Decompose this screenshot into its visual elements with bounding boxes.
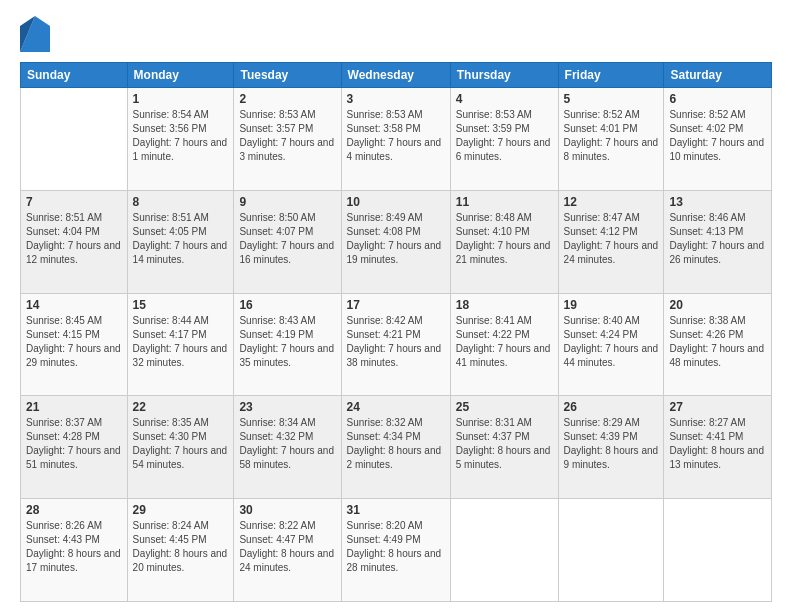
calendar-cell: 11Sunrise: 8:48 AMSunset: 4:10 PMDayligh… <box>450 190 558 293</box>
calendar-cell: 21Sunrise: 8:37 AMSunset: 4:28 PMDayligh… <box>21 396 128 499</box>
calendar-cell: 13Sunrise: 8:46 AMSunset: 4:13 PMDayligh… <box>664 190 772 293</box>
day-info: Sunrise: 8:54 AMSunset: 3:56 PMDaylight:… <box>133 108 229 164</box>
day-info: Sunrise: 8:37 AMSunset: 4:28 PMDaylight:… <box>26 416 122 472</box>
day-number: 3 <box>347 92 445 106</box>
calendar-cell: 15Sunrise: 8:44 AMSunset: 4:17 PMDayligh… <box>127 293 234 396</box>
day-info: Sunrise: 8:50 AMSunset: 4:07 PMDaylight:… <box>239 211 335 267</box>
calendar-cell: 8Sunrise: 8:51 AMSunset: 4:05 PMDaylight… <box>127 190 234 293</box>
calendar-cell <box>558 499 664 602</box>
day-number: 6 <box>669 92 766 106</box>
col-header-monday: Monday <box>127 63 234 88</box>
day-info: Sunrise: 8:51 AMSunset: 4:04 PMDaylight:… <box>26 211 122 267</box>
day-number: 16 <box>239 298 335 312</box>
day-info: Sunrise: 8:53 AMSunset: 3:59 PMDaylight:… <box>456 108 553 164</box>
day-info: Sunrise: 8:35 AMSunset: 4:30 PMDaylight:… <box>133 416 229 472</box>
day-info: Sunrise: 8:46 AMSunset: 4:13 PMDaylight:… <box>669 211 766 267</box>
day-info: Sunrise: 8:45 AMSunset: 4:15 PMDaylight:… <box>26 314 122 370</box>
calendar-cell: 10Sunrise: 8:49 AMSunset: 4:08 PMDayligh… <box>341 190 450 293</box>
day-number: 9 <box>239 195 335 209</box>
calendar-cell: 14Sunrise: 8:45 AMSunset: 4:15 PMDayligh… <box>21 293 128 396</box>
day-info: Sunrise: 8:32 AMSunset: 4:34 PMDaylight:… <box>347 416 445 472</box>
logo <box>20 16 54 52</box>
day-number: 22 <box>133 400 229 414</box>
day-number: 23 <box>239 400 335 414</box>
day-number: 4 <box>456 92 553 106</box>
day-info: Sunrise: 8:42 AMSunset: 4:21 PMDaylight:… <box>347 314 445 370</box>
calendar-cell: 26Sunrise: 8:29 AMSunset: 4:39 PMDayligh… <box>558 396 664 499</box>
day-number: 28 <box>26 503 122 517</box>
day-number: 13 <box>669 195 766 209</box>
day-number: 8 <box>133 195 229 209</box>
day-info: Sunrise: 8:43 AMSunset: 4:19 PMDaylight:… <box>239 314 335 370</box>
day-info: Sunrise: 8:44 AMSunset: 4:17 PMDaylight:… <box>133 314 229 370</box>
day-info: Sunrise: 8:49 AMSunset: 4:08 PMDaylight:… <box>347 211 445 267</box>
calendar-cell: 2Sunrise: 8:53 AMSunset: 3:57 PMDaylight… <box>234 88 341 191</box>
day-info: Sunrise: 8:53 AMSunset: 3:58 PMDaylight:… <box>347 108 445 164</box>
calendar-cell: 7Sunrise: 8:51 AMSunset: 4:04 PMDaylight… <box>21 190 128 293</box>
calendar-cell: 28Sunrise: 8:26 AMSunset: 4:43 PMDayligh… <box>21 499 128 602</box>
day-info: Sunrise: 8:31 AMSunset: 4:37 PMDaylight:… <box>456 416 553 472</box>
calendar-cell <box>664 499 772 602</box>
day-info: Sunrise: 8:26 AMSunset: 4:43 PMDaylight:… <box>26 519 122 575</box>
calendar-cell: 5Sunrise: 8:52 AMSunset: 4:01 PMDaylight… <box>558 88 664 191</box>
calendar-cell: 31Sunrise: 8:20 AMSunset: 4:49 PMDayligh… <box>341 499 450 602</box>
calendar-cell: 16Sunrise: 8:43 AMSunset: 4:19 PMDayligh… <box>234 293 341 396</box>
day-number: 21 <box>26 400 122 414</box>
day-number: 19 <box>564 298 659 312</box>
day-number: 20 <box>669 298 766 312</box>
calendar-cell <box>450 499 558 602</box>
calendar-cell: 23Sunrise: 8:34 AMSunset: 4:32 PMDayligh… <box>234 396 341 499</box>
calendar-cell: 4Sunrise: 8:53 AMSunset: 3:59 PMDaylight… <box>450 88 558 191</box>
calendar-cell: 9Sunrise: 8:50 AMSunset: 4:07 PMDaylight… <box>234 190 341 293</box>
calendar-table: SundayMondayTuesdayWednesdayThursdayFrid… <box>20 62 772 602</box>
day-info: Sunrise: 8:27 AMSunset: 4:41 PMDaylight:… <box>669 416 766 472</box>
day-info: Sunrise: 8:53 AMSunset: 3:57 PMDaylight:… <box>239 108 335 164</box>
logo-icon <box>20 16 50 52</box>
day-number: 14 <box>26 298 122 312</box>
day-info: Sunrise: 8:52 AMSunset: 4:01 PMDaylight:… <box>564 108 659 164</box>
calendar-cell: 27Sunrise: 8:27 AMSunset: 4:41 PMDayligh… <box>664 396 772 499</box>
day-info: Sunrise: 8:20 AMSunset: 4:49 PMDaylight:… <box>347 519 445 575</box>
day-number: 25 <box>456 400 553 414</box>
day-info: Sunrise: 8:38 AMSunset: 4:26 PMDaylight:… <box>669 314 766 370</box>
col-header-tuesday: Tuesday <box>234 63 341 88</box>
header <box>20 16 772 52</box>
page: SundayMondayTuesdayWednesdayThursdayFrid… <box>0 0 792 612</box>
day-info: Sunrise: 8:52 AMSunset: 4:02 PMDaylight:… <box>669 108 766 164</box>
day-number: 12 <box>564 195 659 209</box>
day-number: 31 <box>347 503 445 517</box>
calendar-cell: 25Sunrise: 8:31 AMSunset: 4:37 PMDayligh… <box>450 396 558 499</box>
day-info: Sunrise: 8:48 AMSunset: 4:10 PMDaylight:… <box>456 211 553 267</box>
day-info: Sunrise: 8:41 AMSunset: 4:22 PMDaylight:… <box>456 314 553 370</box>
day-number: 10 <box>347 195 445 209</box>
calendar-cell: 1Sunrise: 8:54 AMSunset: 3:56 PMDaylight… <box>127 88 234 191</box>
day-info: Sunrise: 8:34 AMSunset: 4:32 PMDaylight:… <box>239 416 335 472</box>
day-number: 2 <box>239 92 335 106</box>
col-header-thursday: Thursday <box>450 63 558 88</box>
day-info: Sunrise: 8:51 AMSunset: 4:05 PMDaylight:… <box>133 211 229 267</box>
day-info: Sunrise: 8:22 AMSunset: 4:47 PMDaylight:… <box>239 519 335 575</box>
day-number: 18 <box>456 298 553 312</box>
calendar-cell: 20Sunrise: 8:38 AMSunset: 4:26 PMDayligh… <box>664 293 772 396</box>
day-number: 7 <box>26 195 122 209</box>
day-info: Sunrise: 8:47 AMSunset: 4:12 PMDaylight:… <box>564 211 659 267</box>
col-header-sunday: Sunday <box>21 63 128 88</box>
day-info: Sunrise: 8:40 AMSunset: 4:24 PMDaylight:… <box>564 314 659 370</box>
day-number: 1 <box>133 92 229 106</box>
day-number: 15 <box>133 298 229 312</box>
calendar-cell: 3Sunrise: 8:53 AMSunset: 3:58 PMDaylight… <box>341 88 450 191</box>
day-number: 30 <box>239 503 335 517</box>
calendar-cell: 24Sunrise: 8:32 AMSunset: 4:34 PMDayligh… <box>341 396 450 499</box>
day-number: 24 <box>347 400 445 414</box>
calendar-cell <box>21 88 128 191</box>
calendar-cell: 6Sunrise: 8:52 AMSunset: 4:02 PMDaylight… <box>664 88 772 191</box>
col-header-wednesday: Wednesday <box>341 63 450 88</box>
calendar-cell: 29Sunrise: 8:24 AMSunset: 4:45 PMDayligh… <box>127 499 234 602</box>
calendar-cell: 18Sunrise: 8:41 AMSunset: 4:22 PMDayligh… <box>450 293 558 396</box>
calendar-cell: 30Sunrise: 8:22 AMSunset: 4:47 PMDayligh… <box>234 499 341 602</box>
calendar-cell: 22Sunrise: 8:35 AMSunset: 4:30 PMDayligh… <box>127 396 234 499</box>
day-number: 17 <box>347 298 445 312</box>
day-number: 29 <box>133 503 229 517</box>
day-info: Sunrise: 8:29 AMSunset: 4:39 PMDaylight:… <box>564 416 659 472</box>
day-number: 11 <box>456 195 553 209</box>
